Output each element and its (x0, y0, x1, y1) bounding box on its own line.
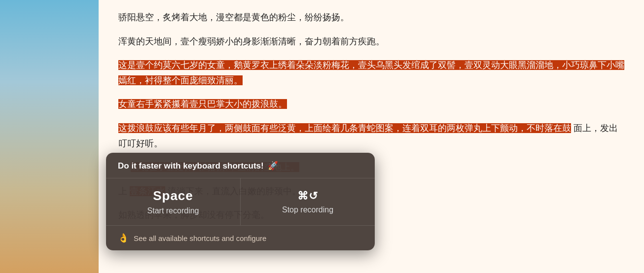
rocket-icon: 🚀 (268, 161, 278, 171)
paragraph-5: 这拨浪鼓应该有些年月了，两侧鼓面有些泛黄，上面绘着几条青蛇图案，连着双耳的两枚弹… (118, 121, 624, 151)
shortcut-popup: Do it faster with keyboard shortcuts! 🚀 … (106, 153, 375, 250)
popup-header: Do it faster with keyboard shortcuts! 🚀 (106, 153, 375, 178)
shortcut-space-label: Start recording (147, 206, 199, 215)
shortcut-cmd-label: Stop recording (282, 205, 333, 214)
paragraph-2: 浑黄的天地间，壹个瘦弱娇小的身影渐渐清晰，奋力朝着前方疾跑。 (118, 34, 624, 49)
paragraph-1-text: 骄阳悬空，炙烤着大地，漫空都是黄色的粉尘，纷纷扬扬。 (118, 12, 349, 22)
paragraph-3: 这是壹个约莫六七岁的女童，鹅黄罗衣上绣着朵朵淡粉梅花，壹头乌黑头发绾成了双髻，壹… (118, 58, 624, 88)
popup-footer[interactable]: 👌 See all available shortcuts and config… (106, 226, 375, 250)
ok-hand-icon: 👌 (118, 233, 129, 243)
popup-footer-text: See all available shortcuts and configur… (134, 234, 266, 242)
shortcut-cmd-key: ⌘↺ (297, 190, 318, 203)
popup-shortcuts-row: Space Start recording ⌘↺ Stop recording (106, 178, 375, 226)
paragraph-5-text: 这拨浪鼓应该有些年月了，两侧鼓面有些泛黄，上面绘着几条青蛇图案，连着双耳的两枚弹… (118, 123, 571, 133)
paragraph-2-text: 浑黄的天地间，壹个瘦弱娇小的身影渐渐清晰，奋力朝着前方疾跑。 (118, 36, 385, 46)
popup-header-text: Do it faster with keyboard shortcuts! (118, 161, 264, 171)
paragraph-1: 骄阳悬空，炙烤着大地，漫空都是黄色的粉尘，纷纷扬扬。 (118, 10, 624, 25)
paragraph-4-text: 女童右手紧紧攥着壹只巴掌大小的拨浪鼓。 (118, 99, 287, 109)
paragraph-4: 女童右手紧紧攥着壹只巴掌大小的拨浪鼓。 (118, 97, 624, 112)
paragraph-3-text: 这是壹个约莫六七岁的女童，鹅黄罗衣上绣着朵朵淡粉梅花，壹头乌黑头发绾成了双髻，壹… (118, 60, 624, 85)
shortcut-space-key: Space (153, 188, 193, 204)
left-panel (0, 0, 99, 273)
shortcut-space: Space Start recording (106, 178, 241, 225)
shortcut-cmd: ⌘↺ Stop recording (241, 178, 375, 225)
